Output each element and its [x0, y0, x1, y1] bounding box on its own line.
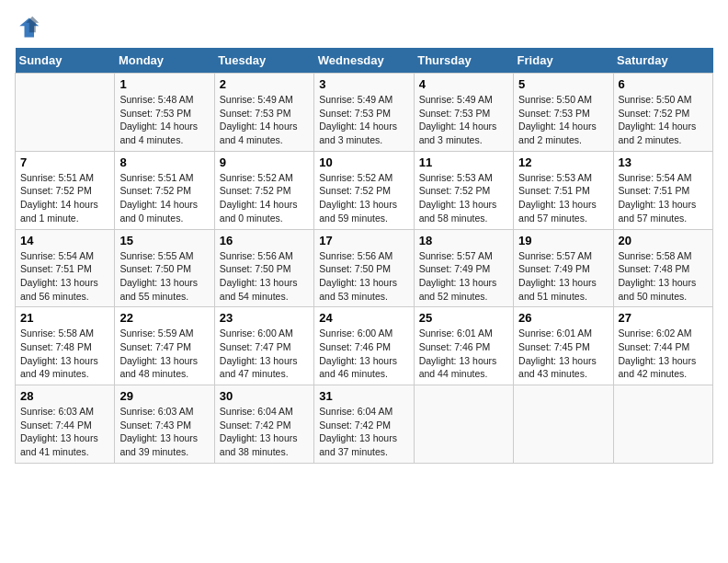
day-info: Sunrise: 5:49 AM Sunset: 7:53 PM Dayligh…	[220, 93, 309, 147]
day-number: 24	[319, 311, 408, 325]
day-info: Sunrise: 6:00 AM Sunset: 7:47 PM Dayligh…	[220, 327, 309, 381]
calendar-cell: 14Sunrise: 5:54 AM Sunset: 7:51 PM Dayli…	[16, 229, 115, 307]
calendar-cell: 3Sunrise: 5:49 AM Sunset: 7:53 PM Daylig…	[314, 74, 414, 152]
day-number: 21	[20, 311, 109, 325]
header	[15, 15, 713, 40]
day-info: Sunrise: 5:54 AM Sunset: 7:51 PM Dayligh…	[619, 171, 708, 225]
day-info: Sunrise: 5:55 AM Sunset: 7:50 PM Dayligh…	[119, 249, 209, 304]
day-info: Sunrise: 5:50 AM Sunset: 7:53 PM Dayligh…	[518, 93, 608, 147]
header-cell-sunday: Sunday	[16, 48, 115, 74]
calendar-cell: 15Sunrise: 5:55 AM Sunset: 7:50 PM Dayli…	[115, 229, 214, 307]
day-number: 19	[518, 234, 608, 247]
calendar-cell: 1Sunrise: 5:48 AM Sunset: 7:53 PM Daylig…	[115, 74, 214, 152]
day-number: 22	[119, 311, 209, 325]
calendar-cell: 22Sunrise: 5:59 AM Sunset: 7:47 PM Dayli…	[115, 307, 214, 385]
calendar-cell: 30Sunrise: 6:04 AM Sunset: 7:42 PM Dayli…	[214, 385, 313, 464]
day-info: Sunrise: 5:56 AM Sunset: 7:50 PM Dayligh…	[220, 249, 309, 304]
day-info: Sunrise: 5:52 AM Sunset: 7:52 PM Dayligh…	[220, 171, 309, 225]
day-number: 20	[619, 234, 708, 247]
header-cell-thursday: Thursday	[414, 48, 513, 74]
day-number: 16	[220, 234, 309, 247]
calendar-cell: 16Sunrise: 5:56 AM Sunset: 7:50 PM Dayli…	[214, 229, 313, 307]
calendar-cell: 29Sunrise: 6:03 AM Sunset: 7:43 PM Dayli…	[115, 385, 214, 464]
day-number: 30	[220, 389, 309, 403]
day-number: 25	[419, 311, 508, 325]
day-info: Sunrise: 5:49 AM Sunset: 7:53 PM Dayligh…	[319, 93, 408, 147]
day-number: 15	[119, 234, 209, 247]
calendar-week-row: 7Sunrise: 5:51 AM Sunset: 7:52 PM Daylig…	[16, 151, 713, 229]
day-number: 27	[619, 311, 708, 325]
day-number: 7	[20, 155, 109, 169]
day-info: Sunrise: 6:01 AM Sunset: 7:46 PM Dayligh…	[419, 327, 508, 381]
day-number: 1	[119, 77, 209, 91]
day-number: 8	[119, 155, 209, 169]
day-info: Sunrise: 5:51 AM Sunset: 7:52 PM Dayligh…	[20, 171, 109, 225]
calendar-cell: 2Sunrise: 5:49 AM Sunset: 7:53 PM Daylig…	[214, 74, 313, 152]
day-info: Sunrise: 5:56 AM Sunset: 7:50 PM Dayligh…	[319, 249, 408, 304]
calendar-cell: 4Sunrise: 5:49 AM Sunset: 7:53 PM Daylig…	[414, 74, 513, 152]
calendar-cell: 27Sunrise: 6:02 AM Sunset: 7:44 PM Dayli…	[613, 307, 712, 385]
day-info: Sunrise: 5:50 AM Sunset: 7:52 PM Dayligh…	[619, 93, 708, 147]
calendar-cell: 24Sunrise: 6:00 AM Sunset: 7:46 PM Dayli…	[314, 307, 414, 385]
calendar-cell: 11Sunrise: 5:53 AM Sunset: 7:52 PM Dayli…	[414, 151, 513, 229]
day-info: Sunrise: 5:48 AM Sunset: 7:53 PM Dayligh…	[119, 93, 209, 147]
day-number: 6	[619, 77, 708, 91]
day-info: Sunrise: 5:54 AM Sunset: 7:51 PM Dayligh…	[20, 249, 109, 304]
day-info: Sunrise: 5:58 AM Sunset: 7:48 PM Dayligh…	[20, 327, 109, 381]
calendar-cell: 13Sunrise: 5:54 AM Sunset: 7:51 PM Dayli…	[613, 151, 712, 229]
day-info: Sunrise: 6:00 AM Sunset: 7:46 PM Dayligh…	[319, 327, 408, 381]
day-number: 14	[20, 234, 109, 247]
header-cell-tuesday: Tuesday	[214, 48, 313, 74]
day-info: Sunrise: 5:53 AM Sunset: 7:51 PM Dayligh…	[518, 171, 608, 225]
day-number: 5	[518, 77, 608, 91]
day-info: Sunrise: 6:04 AM Sunset: 7:42 PM Dayligh…	[319, 405, 408, 459]
calendar-cell	[414, 385, 513, 464]
day-number: 2	[220, 77, 309, 91]
day-number: 3	[319, 77, 408, 91]
header-cell-monday: Monday	[115, 48, 214, 74]
calendar-cell: 17Sunrise: 5:56 AM Sunset: 7:50 PM Dayli…	[314, 229, 414, 307]
calendar-week-row: 14Sunrise: 5:54 AM Sunset: 7:51 PM Dayli…	[16, 229, 713, 307]
calendar-cell: 6Sunrise: 5:50 AM Sunset: 7:52 PM Daylig…	[613, 74, 712, 152]
day-number: 17	[319, 234, 408, 247]
header-cell-saturday: Saturday	[613, 48, 712, 74]
calendar-cell: 12Sunrise: 5:53 AM Sunset: 7:51 PM Dayli…	[514, 151, 613, 229]
day-number: 23	[220, 311, 309, 325]
calendar-cell: 31Sunrise: 6:04 AM Sunset: 7:42 PM Dayli…	[314, 385, 414, 464]
day-info: Sunrise: 5:51 AM Sunset: 7:52 PM Dayligh…	[119, 171, 209, 225]
day-info: Sunrise: 5:59 AM Sunset: 7:47 PM Dayligh…	[119, 327, 209, 381]
day-info: Sunrise: 5:58 AM Sunset: 7:48 PM Dayligh…	[619, 249, 708, 304]
day-number: 31	[319, 389, 408, 403]
calendar-cell: 19Sunrise: 5:57 AM Sunset: 7:49 PM Dayli…	[514, 229, 613, 307]
day-info: Sunrise: 5:57 AM Sunset: 7:49 PM Dayligh…	[419, 249, 508, 304]
day-number: 9	[220, 155, 309, 169]
header-cell-friday: Friday	[514, 48, 613, 74]
calendar-cell: 10Sunrise: 5:52 AM Sunset: 7:52 PM Dayli…	[314, 151, 414, 229]
calendar-cell: 8Sunrise: 5:51 AM Sunset: 7:52 PM Daylig…	[115, 151, 214, 229]
calendar-week-row: 21Sunrise: 5:58 AM Sunset: 7:48 PM Dayli…	[16, 307, 713, 385]
day-info: Sunrise: 6:01 AM Sunset: 7:45 PM Dayligh…	[518, 327, 608, 381]
calendar-cell: 25Sunrise: 6:01 AM Sunset: 7:46 PM Dayli…	[414, 307, 513, 385]
calendar-cell: 7Sunrise: 5:51 AM Sunset: 7:52 PM Daylig…	[16, 151, 115, 229]
day-number: 26	[518, 311, 608, 325]
day-number: 11	[419, 155, 508, 169]
header-cell-wednesday: Wednesday	[314, 48, 414, 74]
day-number: 28	[20, 389, 109, 403]
calendar-cell	[16, 74, 115, 152]
day-number: 4	[419, 77, 508, 91]
calendar-header-row: SundayMondayTuesdayWednesdayThursdayFrid…	[16, 48, 713, 74]
calendar-cell: 9Sunrise: 5:52 AM Sunset: 7:52 PM Daylig…	[214, 151, 313, 229]
day-info: Sunrise: 5:53 AM Sunset: 7:52 PM Dayligh…	[419, 171, 508, 225]
calendar-cell	[613, 385, 712, 464]
calendar-cell: 18Sunrise: 5:57 AM Sunset: 7:49 PM Dayli…	[414, 229, 513, 307]
day-info: Sunrise: 5:49 AM Sunset: 7:53 PM Dayligh…	[419, 93, 508, 147]
day-info: Sunrise: 6:03 AM Sunset: 7:43 PM Dayligh…	[119, 405, 209, 459]
calendar-cell: 28Sunrise: 6:03 AM Sunset: 7:44 PM Dayli…	[16, 385, 115, 464]
day-number: 13	[619, 155, 708, 169]
day-info: Sunrise: 6:03 AM Sunset: 7:44 PM Dayligh…	[20, 405, 109, 459]
day-info: Sunrise: 6:04 AM Sunset: 7:42 PM Dayligh…	[220, 405, 309, 459]
day-number: 12	[518, 155, 608, 169]
day-number: 18	[419, 234, 508, 247]
day-info: Sunrise: 6:02 AM Sunset: 7:44 PM Dayligh…	[619, 327, 708, 381]
calendar-cell	[514, 385, 613, 464]
